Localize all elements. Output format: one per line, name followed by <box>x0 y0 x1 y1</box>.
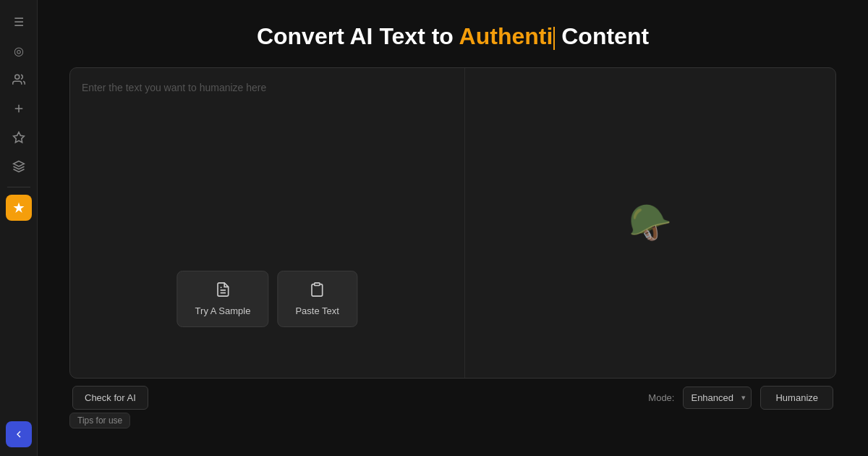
paste-icon <box>310 282 326 301</box>
paste-text-label: Paste Text <box>295 305 339 316</box>
editor-right-panel: 🪖 <box>465 68 836 378</box>
mode-label: Mode: <box>648 392 674 403</box>
svg-point-0 <box>14 75 19 79</box>
try-sample-button[interactable]: Try A Sample <box>177 271 269 327</box>
menu-icon[interactable]: ☰ <box>6 9 32 35</box>
svg-marker-4 <box>13 161 24 167</box>
paste-text-button[interactable]: Paste Text <box>277 271 357 327</box>
output-placeholder-icon: 🪖 <box>629 203 672 243</box>
sample-icon <box>215 282 231 301</box>
editor-container: Try A Sample Paste Text 🪖 <box>69 67 836 379</box>
mode-select[interactable]: Enhanced Standard Advanced <box>683 387 752 409</box>
mode-select-wrapper: Enhanced Standard Advanced <box>683 387 752 409</box>
sidebar-bottom <box>6 421 32 447</box>
plus-icon[interactable] <box>6 96 32 122</box>
sparkle-icon[interactable] <box>6 195 32 221</box>
search-icon[interactable]: ◎ <box>6 38 32 64</box>
svg-rect-7 <box>315 283 320 286</box>
editor-action-buttons: Try A Sample Paste Text <box>177 271 357 327</box>
page-title: Convert AI Text to Authenti Content <box>257 23 649 50</box>
tips-label: Tips for use <box>69 413 130 428</box>
editor-left-panel: Try A Sample Paste Text <box>70 68 465 378</box>
tips-bar: Tips for use <box>69 410 836 431</box>
sidebar: ☰ ◎ <box>0 0 38 456</box>
humanize-button[interactable]: Humanize <box>760 386 833 410</box>
title-highlight: Authenti <box>459 23 553 49</box>
sidebar-divider <box>7 187 30 187</box>
layers-icon[interactable] <box>6 153 32 180</box>
main-content: Convert AI Text to Authenti Content <box>38 0 868 456</box>
title-prefix: Convert AI Text to <box>257 23 459 49</box>
svg-marker-3 <box>13 132 24 143</box>
title-suffix: Content <box>555 23 649 49</box>
users-icon[interactable] <box>6 67 32 93</box>
back-icon[interactable] <box>6 421 32 447</box>
magic-icon[interactable] <box>6 124 32 151</box>
check-ai-button[interactable]: Check for AI <box>72 386 148 410</box>
bottom-bar: Check for AI Mode: Enhanced Standard Adv… <box>69 379 836 410</box>
try-sample-label: Try A Sample <box>195 305 251 316</box>
